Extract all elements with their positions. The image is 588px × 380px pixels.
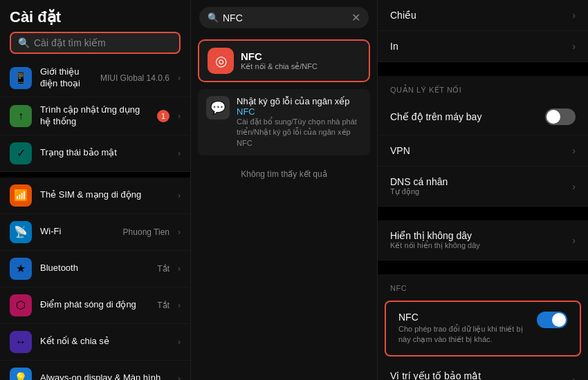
chevron-icon: › — [178, 374, 181, 380]
bao-mat-text: Trạng thái bảo mật — [40, 147, 169, 159]
nfc-toggle-item[interactable]: NFC Cho phép trao đổi dữ liệu khi thiết … — [386, 302, 580, 355]
search-bar[interactable]: 🔍 ✕ — [199, 7, 369, 28]
ket-noi-label: Kết nối & chia sẻ — [40, 336, 169, 348]
airplane-toggle[interactable] — [545, 108, 576, 125]
search-icon: 🔍 — [18, 37, 30, 48]
gioi-thieu-label: Giới thiệu điện thoại — [40, 66, 92, 90]
bao-mat-icon: ✓ — [10, 142, 32, 164]
chevron-icon: › — [178, 337, 181, 347]
chevron-icon: › — [178, 73, 181, 83]
nfc-toggle[interactable] — [537, 312, 567, 328]
display-text: Hiển thị không dây Kết nối hiển thị khôn… — [390, 230, 572, 250]
right-item-airplane[interactable]: Chế độ trên máy bay — [378, 99, 588, 135]
search-box[interactable]: 🔍 Cài đặt tìm kiếm — [10, 32, 181, 54]
left-panel-header: Cài đặt 🔍 Cài đặt tìm kiếm — [0, 0, 190, 59]
sidebar-item-bao-mat[interactable]: ✓ Trạng thái bảo mật › — [0, 135, 190, 172]
sidebar-item-ket-noi[interactable]: ↔ Kết nối & chia sẻ › — [0, 324, 190, 361]
chevron-icon: › — [572, 235, 576, 246]
chieu-label: Chiều — [390, 10, 572, 21]
chevron-icon: › — [178, 149, 181, 158]
log-icon: 💬 — [206, 96, 230, 120]
gioi-thieu-value: MIUI Global 14.0.6 — [100, 73, 169, 83]
ket-noi-icon: ↔ — [10, 331, 32, 353]
section-header-nfc: NFC — [378, 274, 588, 296]
bluetooth-label: Bluetooth — [40, 263, 149, 274]
chevron-icon: › — [178, 191, 181, 200]
no-result-text: Không tìm thấy kết quả — [191, 158, 377, 190]
in-text: In — [390, 41, 572, 52]
right-item-chieu[interactable]: Chiều › — [378, 0, 588, 31]
sidebar-item-wifi[interactable]: 📡 Wi-Fi Phuong Tien › — [0, 214, 190, 251]
section-divider — [378, 207, 588, 220]
search-header: 🔍 ✕ — [191, 0, 377, 35]
right-item-display[interactable]: Hiển thị không dây Kết nối hiển thị khôn… — [378, 220, 588, 260]
wifi-icon: 📡 — [10, 221, 32, 243]
section-divider — [378, 62, 588, 76]
in-label: In — [390, 41, 572, 52]
search-input[interactable] — [223, 12, 347, 23]
sidebar-item-trinh-cap-nhat[interactable]: ↑ Trình cập nhật ứng dụng hệ thống 1 › — [0, 97, 190, 135]
the-sim-icon: 📶 — [10, 184, 32, 207]
nfc-result-sub: Kết nối & chia sẻ/NFC — [241, 62, 318, 71]
hotspot-value: Tắt — [157, 301, 169, 310]
right-item-dns[interactable]: DNS cá nhân Tự động › — [378, 167, 588, 207]
bluetooth-value: Tắt — [157, 264, 169, 274]
log-search-result[interactable]: 💬 Nhật ký gõ lỗi của ngân xếp NFC Cài đặ… — [198, 89, 370, 155]
always-on-label: Always-on display & Màn hình — [40, 372, 169, 380]
nfc-result-text-block: NFC Kết nối & chia sẻ/NFC — [241, 50, 318, 71]
the-sim-label: Thẻ SIM & mạng di động — [40, 189, 169, 201]
sidebar-item-always-on[interactable]: 💡 Always-on display & Màn hình › — [0, 361, 190, 380]
vpn-label: VPN — [390, 145, 572, 156]
log-text-block: Nhật ký gõ lỗi của ngân xếp NFC Cài đặt … — [237, 96, 362, 149]
middle-panel: 🔍 ✕ ◎ NFC Kết nối & chia sẻ/NFC 💬 Nhật k… — [190, 0, 377, 380]
wifi-value: Phuong Tien — [123, 227, 169, 237]
security-label: Vị trí yếu tố bảo mật — [390, 370, 572, 380]
nfc-search-result[interactable]: ◎ NFC Kết nối & chia sẻ/NFC — [198, 39, 370, 82]
page-title: Cài đặt — [10, 8, 181, 26]
nfc-result-title: NFC — [241, 50, 318, 62]
left-panel: Cài đặt 🔍 Cài đặt tìm kiếm 📱 Giới thiệu … — [0, 0, 190, 380]
right-item-in[interactable]: In › — [378, 31, 588, 62]
nfc-toggle-sub: Cho phép trao đổi dữ liệu khi thiết bị n… — [398, 324, 537, 345]
gioi-thieu-icon: 📱 — [10, 67, 32, 89]
security-text: Vị trí yếu tố bảo mật Bạn đang sử dụng V… — [390, 370, 572, 380]
clear-search-button[interactable]: ✕ — [351, 11, 360, 24]
log-nfc-highlight: NFC — [237, 106, 255, 117]
trinh-cap-nhat-label: Trình cập nhật ứng dụng hệ thống — [40, 104, 149, 128]
the-sim-text: Thẻ SIM & mạng di động — [40, 189, 169, 201]
hotspot-icon: ⬡ — [10, 294, 32, 316]
sidebar-item-hotspot[interactable]: ⬡ Điểm phát sóng di động Tắt › — [0, 287, 190, 324]
chevron-icon: › — [572, 41, 576, 52]
search-placeholder-text: Cài đặt tìm kiếm — [34, 37, 106, 48]
right-item-vpn[interactable]: VPN › — [378, 135, 588, 167]
hotspot-label: Điểm phát sóng di động — [40, 299, 149, 311]
chevron-icon: › — [572, 145, 576, 156]
airplane-label: Chế độ trên máy bay — [390, 111, 545, 122]
airplane-text: Chế độ trên máy bay — [390, 111, 545, 122]
chevron-icon: › — [178, 301, 181, 310]
bluetooth-text: Bluetooth — [40, 263, 149, 274]
chieu-text: Chiều — [390, 10, 572, 21]
divider — [0, 172, 190, 178]
display-label: Hiển thị không dây — [390, 230, 572, 241]
vpn-text: VPN — [390, 145, 572, 156]
sidebar-item-gioi-thieu[interactable]: 📱 Giới thiệu điện thoại MIUI Global 14.0… — [0, 59, 190, 97]
update-badge: 1 — [157, 110, 169, 122]
right-panel: Chiều › In › QUẢN LÝ KẾT NỐI Chế độ trên… — [377, 0, 588, 380]
chevron-icon: › — [572, 181, 576, 192]
settings-list: 📱 Giới thiệu điện thoại MIUI Global 14.0… — [0, 59, 190, 380]
sidebar-item-the-sim[interactable]: 📶 Thẻ SIM & mạng di động › — [0, 178, 190, 214]
log-result-title: Nhật ký gõ lỗi của ngân xếp NFC — [237, 96, 362, 117]
wifi-label: Wi-Fi — [40, 226, 115, 238]
nfc-section: NFC Cho phép trao đổi dữ liệu khi thiết … — [385, 301, 581, 357]
nfc-toggle-label: NFC — [398, 312, 537, 323]
search-icon: 🔍 — [208, 12, 219, 23]
display-sub: Kết nối hiển thị không dây — [390, 241, 572, 250]
chevron-icon: › — [178, 227, 181, 237]
right-item-security[interactable]: Vị trí yếu tố bảo mật Bạn đang sử dụng V… — [378, 361, 588, 380]
trinh-cap-nhat-icon: ↑ — [10, 105, 32, 127]
sidebar-item-bluetooth[interactable]: ★ Bluetooth Tắt › — [0, 251, 190, 287]
hotspot-text: Điểm phát sóng di động — [40, 299, 149, 311]
chevron-icon: › — [572, 374, 576, 380]
nfc-result-icon: ◎ — [208, 48, 234, 74]
